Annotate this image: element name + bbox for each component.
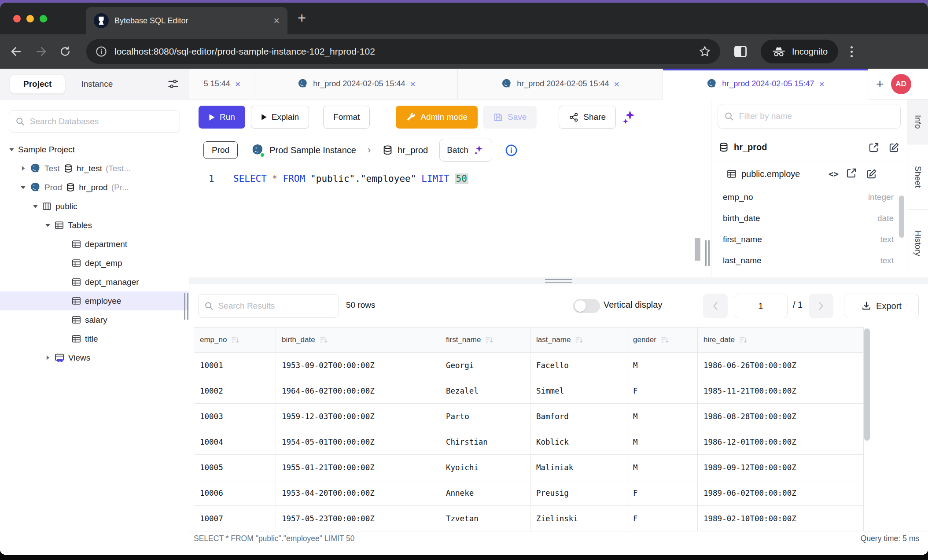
code-icon[interactable]: <> [829, 169, 839, 179]
run-button[interactable]: Run [199, 106, 245, 129]
cell[interactable]: 1986-06-26T00:00:00Z [698, 353, 864, 378]
filter-by-name-field[interactable] [739, 111, 894, 121]
divider-drag-handle[interactable] [545, 279, 572, 284]
tree-item-sample-project[interactable]: Sample Project [0, 140, 189, 159]
tab-project[interactable]: Project [10, 74, 65, 94]
table-row[interactable]: 100021964-06-02T00:00:00ZBezalelSimmelF1… [194, 378, 864, 404]
ai-sparkles-icon[interactable] [620, 108, 638, 126]
column-row[interactable]: birth_date date [711, 208, 907, 229]
external-link-icon[interactable] [846, 167, 857, 181]
side-panel-icon[interactable] [733, 45, 748, 58]
search-databases-input[interactable] [9, 110, 180, 133]
query-tab-1[interactable]: 5 15:44 × [189, 69, 255, 99]
column-header-gender[interactable]: gender [627, 328, 698, 353]
edit-icon[interactable] [866, 168, 877, 180]
add-query-tab-button[interactable]: + [876, 77, 884, 92]
bookmark-star-icon[interactable] [698, 45, 711, 58]
edit-icon[interactable] [888, 142, 900, 153]
horizontal-divider[interactable] [189, 277, 928, 284]
cell[interactable]: M [627, 455, 698, 480]
close-tab-icon[interactable]: × [614, 79, 619, 89]
cell[interactable]: 1953-04-20T00:00:00Z [276, 480, 440, 506]
column-header-first-name[interactable]: first_name [440, 328, 530, 353]
column-row[interactable]: emp_no integer [711, 187, 907, 208]
cell[interactable]: 1986-12-01T00:00:00Z [698, 429, 864, 455]
schema-table-row[interactable]: public.employe <> [711, 161, 907, 187]
query-tab-4-active[interactable]: hr_prod 2024-02-05 15:47 × [663, 69, 868, 99]
back-icon[interactable] [10, 45, 23, 58]
tab-sheet[interactable]: Sheet [907, 144, 928, 210]
cell[interactable]: 1955-01-21T00:00:00Z [276, 455, 440, 480]
format-button[interactable]: Format [323, 106, 370, 129]
column-header-hire-date[interactable]: hire_date [698, 328, 864, 353]
schema-database-row[interactable]: hr_prod [711, 134, 907, 161]
save-button[interactable]: Save [483, 106, 537, 129]
tree-item-views-group[interactable]: Views [0, 348, 189, 367]
schema-scrollbar-thumb[interactable] [899, 195, 904, 238]
cell[interactable]: Zielinski [530, 506, 627, 531]
cell[interactable]: 10001 [194, 353, 276, 378]
page-number-input[interactable] [734, 294, 788, 318]
cell[interactable]: 1985-11-21T00:00:00Z [698, 378, 864, 404]
cell[interactable]: 10005 [194, 455, 276, 480]
panel-resize-handle[interactable] [705, 240, 710, 266]
reload-icon[interactable] [59, 45, 71, 58]
chevron-down-icon[interactable] [20, 184, 26, 190]
cell[interactable]: 10007 [194, 506, 276, 531]
cell[interactable]: M [627, 429, 698, 455]
column-header-birth-date[interactable]: birth_date [276, 328, 440, 353]
chevron-down-icon[interactable] [9, 147, 15, 152]
table-row[interactable]: 100051955-01-21T00:00:00ZKyoichiMaliniak… [194, 455, 864, 480]
search-databases-field[interactable] [30, 117, 173, 126]
browser-tab-close-icon[interactable]: × [274, 16, 280, 26]
cell[interactable]: Parto [440, 404, 530, 429]
table-row[interactable]: 100031959-12-03T00:00:00ZPartoBamfordM19… [194, 404, 864, 429]
cell[interactable]: 1954-05-01T00:00:00Z [276, 429, 440, 455]
cell[interactable]: 1989-09-12T00:00:00Z [698, 455, 864, 480]
table-row[interactable]: 100071957-05-23T00:00:00ZTzvetanZielinsk… [194, 506, 864, 531]
cell[interactable]: Koblick [530, 429, 627, 455]
tree-item-table-dept-manager[interactable]: dept_manager [0, 273, 189, 291]
column-header-last-name[interactable]: last_name [530, 328, 627, 353]
sql-editor[interactable]: 1 SELECT*FROM"public"."employee"LIMIT50 [189, 166, 711, 277]
column-row[interactable]: last_name text [711, 250, 907, 271]
minimize-window-button[interactable] [26, 15, 34, 22]
table-row[interactable]: 100041954-05-01T00:00:00ZChirstianKoblic… [194, 429, 864, 455]
cell[interactable]: Bezalel [440, 378, 530, 404]
avatar[interactable]: AD [891, 74, 911, 94]
column-header-emp-no[interactable]: emp_no [194, 328, 276, 353]
tab-instance[interactable]: Instance [81, 79, 113, 89]
cell[interactable]: Chirstian [440, 429, 530, 455]
cell[interactable]: F [627, 480, 698, 506]
cell[interactable]: 1986-08-28T00:00:00Z [698, 404, 864, 429]
cell[interactable]: Bamford [530, 404, 627, 429]
close-tab-icon[interactable]: × [819, 79, 824, 89]
close-tab-icon[interactable]: × [410, 79, 415, 89]
tree-item-hr-test[interactable]: Test hr_test (Test... [0, 159, 189, 178]
new-tab-button[interactable]: + [298, 10, 306, 26]
cell[interactable]: F [627, 506, 698, 531]
cell[interactable]: Georgi [440, 353, 530, 378]
cell[interactable]: 1964-06-02T00:00:00Z [276, 378, 440, 404]
cell[interactable]: 1957-05-23T00:00:00Z [276, 506, 440, 531]
search-results-field[interactable] [218, 301, 333, 311]
cell[interactable]: Kyoichi [440, 455, 530, 480]
tree-item-schema-public[interactable]: public [0, 197, 189, 216]
cell[interactable]: Tzvetan [440, 506, 530, 531]
maximize-window-button[interactable] [40, 15, 47, 22]
cell[interactable]: M [627, 404, 698, 429]
tree-item-table-department[interactable]: department [0, 235, 189, 254]
cell[interactable]: 10003 [194, 404, 276, 429]
forward-icon[interactable] [34, 45, 48, 58]
tree-item-table-employee[interactable]: employee [0, 291, 189, 310]
tree-item-tables-group[interactable]: Tables [0, 216, 189, 235]
instance-name[interactable]: Prod Sample Instance [269, 145, 356, 155]
query-tab-3[interactable]: hr_prod 2024-02-05 15:44 × [458, 69, 663, 99]
filter-settings-icon[interactable] [167, 78, 179, 90]
chevron-right-icon[interactable] [45, 355, 51, 361]
filter-by-name-input[interactable] [718, 104, 901, 129]
tree-item-table-dept-emp[interactable]: dept_emp [0, 254, 189, 273]
prev-page-button[interactable] [703, 294, 728, 318]
cell[interactable]: Anneke [440, 480, 530, 506]
cell[interactable]: 1989-06-02T00:00:00Z [698, 480, 864, 506]
